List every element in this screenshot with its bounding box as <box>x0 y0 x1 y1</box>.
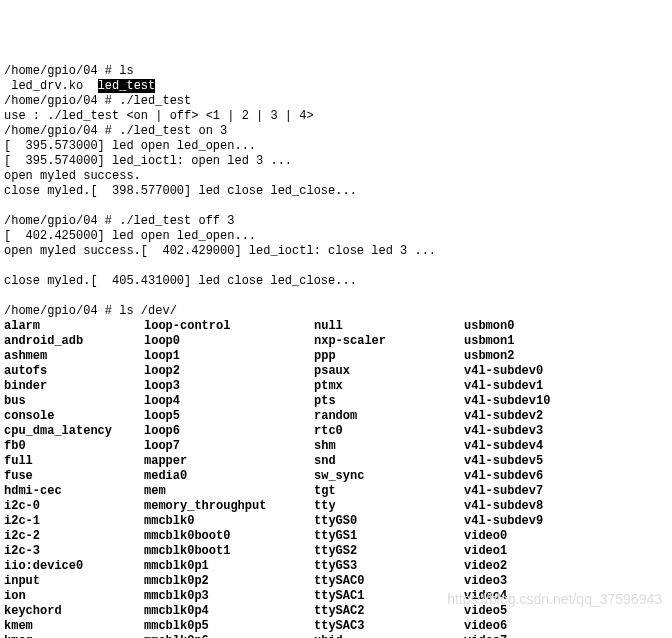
dev-entry: mmcblk0p1 <box>144 559 314 574</box>
dev-entry: loop1 <box>144 349 314 364</box>
dev-entry: ttyGS1 <box>314 529 464 544</box>
dev-entry: random <box>314 409 464 424</box>
prompt-line: /home/gpio/04 # ./led_test off 3 <box>4 214 234 228</box>
dev-entry: nxp-scaler <box>314 334 464 349</box>
dev-entry: mmcblk0p5 <box>144 619 314 634</box>
dev-entry: mmcblk0boot1 <box>144 544 314 559</box>
dev-entry: fb0 <box>4 439 144 454</box>
dev-entry: cpu_dma_latency <box>4 424 144 439</box>
dev-entry: null <box>314 319 464 334</box>
dev-entry: ptmx <box>314 379 464 394</box>
dev-entry: fuse <box>4 469 144 484</box>
dev-entry: hdmi-cec <box>4 484 144 499</box>
dev-entry: mem <box>144 484 314 499</box>
dev-entry: full <box>4 454 144 469</box>
dev-entry: mmcblk0p2 <box>144 574 314 589</box>
dev-entry: uhid <box>314 634 464 638</box>
dev-entry: autofs <box>4 364 144 379</box>
dev-entry: v4l-subdev0 <box>464 364 614 379</box>
ls-output: led_drv.ko <box>4 79 98 93</box>
dev-entry: video6 <box>464 619 614 634</box>
dev-entry: android_adb <box>4 334 144 349</box>
prompt-line: /home/gpio/04 # ./led_test on 3 <box>4 124 227 138</box>
kernel-log: [ 395.573000] led open led_open... <box>4 139 256 153</box>
watermark-text: https://blog.csdn.net/qq_37596943 <box>447 591 662 609</box>
dev-entry: mmcblk0p6 <box>144 634 314 638</box>
ls-output-highlight: led_test <box>98 79 156 93</box>
status-line: open myled success.[ 402.429000] led_ioc… <box>4 244 436 258</box>
prompt-line: /home/gpio/04 # ls <box>4 64 134 78</box>
dev-entry: v4l-subdev4 <box>464 439 614 454</box>
dev-entry: loop3 <box>144 379 314 394</box>
dev-entry: media0 <box>144 469 314 484</box>
dev-entry: v4l-subdev1 <box>464 379 614 394</box>
dev-entry: usbmon1 <box>464 334 614 349</box>
usage-line: use : ./led_test <on | off> <1 | 2 | 3 |… <box>4 109 314 123</box>
dev-entry: kmem <box>4 619 144 634</box>
dev-entry: mapper <box>144 454 314 469</box>
dev-entry: usbmon2 <box>464 349 614 364</box>
dev-entry: shm <box>314 439 464 454</box>
dev-entry: mmcblk0p4 <box>144 604 314 619</box>
dev-entry: loop0 <box>144 334 314 349</box>
kernel-log: [ 402.425000] led open led_open... <box>4 229 256 243</box>
dev-entry: v4l-subdev10 <box>464 394 614 409</box>
dev-entry: loop4 <box>144 394 314 409</box>
dev-entry: video1 <box>464 544 614 559</box>
dev-entry: loop5 <box>144 409 314 424</box>
dev-entry: ttySAC1 <box>314 589 464 604</box>
dev-entry: ttySAC2 <box>314 604 464 619</box>
dev-entry: console <box>4 409 144 424</box>
dev-entry: video2 <box>464 559 614 574</box>
dev-entry: ttySAC0 <box>314 574 464 589</box>
dev-entry: loop6 <box>144 424 314 439</box>
dev-entry: v4l-subdev6 <box>464 469 614 484</box>
dev-entry: alarm <box>4 319 144 334</box>
dev-entry: tgt <box>314 484 464 499</box>
status-line: open myled success. <box>4 169 141 183</box>
dev-entry: v4l-subdev2 <box>464 409 614 424</box>
dev-entry: loop-control <box>144 319 314 334</box>
dev-entry: rtc0 <box>314 424 464 439</box>
dev-entry: snd <box>314 454 464 469</box>
dev-entry: i2c-0 <box>4 499 144 514</box>
dev-entry: input <box>4 574 144 589</box>
dev-entry: iio:device0 <box>4 559 144 574</box>
dev-entry: v4l-subdev9 <box>464 514 614 529</box>
dev-entry: ttyGS2 <box>314 544 464 559</box>
dev-entry: video7 <box>464 634 614 638</box>
dev-entry: tty <box>314 499 464 514</box>
dev-entry: i2c-2 <box>4 529 144 544</box>
dev-entry: kmsg <box>4 634 144 638</box>
dev-entry: loop7 <box>144 439 314 454</box>
prompt-line: /home/gpio/04 # ./led_test <box>4 94 191 108</box>
dev-entry: ion <box>4 589 144 604</box>
dev-entry: mmcblk0 <box>144 514 314 529</box>
dev-entry: video3 <box>464 574 614 589</box>
dev-entry: v4l-subdev8 <box>464 499 614 514</box>
dev-entry: ppp <box>314 349 464 364</box>
dev-entry: binder <box>4 379 144 394</box>
dev-entry: ttyGS0 <box>314 514 464 529</box>
dev-entry: v4l-subdev7 <box>464 484 614 499</box>
kernel-log: [ 395.574000] led_ioctl: open led 3 ... <box>4 154 292 168</box>
dev-entry: pts <box>314 394 464 409</box>
dev-entry: ttySAC3 <box>314 619 464 634</box>
dev-entry: usbmon0 <box>464 319 614 334</box>
status-line: close myled.[ 398.577000] led close led_… <box>4 184 357 198</box>
dev-entry: ttyGS3 <box>314 559 464 574</box>
dev-entry: psaux <box>314 364 464 379</box>
status-line: close myled.[ 405.431000] led close led_… <box>4 274 357 288</box>
dev-entry: sw_sync <box>314 469 464 484</box>
dev-entry: mmcblk0boot0 <box>144 529 314 544</box>
dev-entry: v4l-subdev3 <box>464 424 614 439</box>
dev-entry: video0 <box>464 529 614 544</box>
dev-entry: keychord <box>4 604 144 619</box>
dev-entry: bus <box>4 394 144 409</box>
terminal-output: /home/gpio/04 # ls led_drv.ko led_test /… <box>4 64 668 638</box>
dev-entry: loop2 <box>144 364 314 379</box>
dev-entry: ashmem <box>4 349 144 364</box>
dev-entry: v4l-subdev5 <box>464 454 614 469</box>
prompt-line: /home/gpio/04 # ls /dev/ <box>4 304 177 318</box>
dev-entry: i2c-1 <box>4 514 144 529</box>
